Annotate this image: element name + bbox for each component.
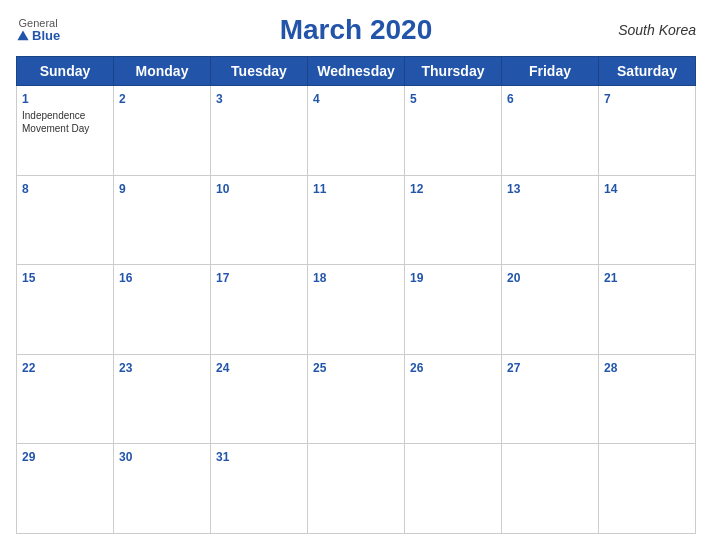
table-cell: 15 [17,265,114,355]
calendar-header: General Blue March 2020 South Korea [16,10,696,50]
table-cell: 20 [502,265,599,355]
table-cell: 16 [114,265,211,355]
table-cell [405,444,502,534]
table-cell [308,444,405,534]
calendar-container: General Blue March 2020 South Korea Sund… [0,0,712,550]
svg-marker-0 [17,30,28,40]
day-number: 10 [216,182,229,196]
table-cell: 12 [405,175,502,265]
logo-icon [16,29,30,43]
header-sunday: Sunday [17,57,114,86]
day-number: 7 [604,92,611,106]
country-label: South Korea [618,22,696,38]
day-number: 21 [604,271,617,285]
week-row-4: 22232425262728 [17,354,696,444]
table-cell: 1Independence Movement Day [17,86,114,176]
calendar-table: Sunday Monday Tuesday Wednesday Thursday… [16,56,696,534]
table-cell: 25 [308,354,405,444]
day-number: 6 [507,92,514,106]
weekday-header-row: Sunday Monday Tuesday Wednesday Thursday… [17,57,696,86]
day-number: 3 [216,92,223,106]
table-cell: 7 [599,86,696,176]
table-cell: 21 [599,265,696,355]
table-cell: 29 [17,444,114,534]
day-number: 20 [507,271,520,285]
table-cell: 27 [502,354,599,444]
day-number: 2 [119,92,126,106]
header-tuesday: Tuesday [211,57,308,86]
table-cell: 22 [17,354,114,444]
table-cell: 5 [405,86,502,176]
table-cell: 11 [308,175,405,265]
header-monday: Monday [114,57,211,86]
table-cell: 6 [502,86,599,176]
table-cell: 2 [114,86,211,176]
day-number: 16 [119,271,132,285]
logo-blue-text: Blue [16,29,60,43]
day-number: 27 [507,361,520,375]
table-cell: 28 [599,354,696,444]
calendar-title: March 2020 [280,14,433,46]
day-number: 4 [313,92,320,106]
day-number: 29 [22,450,35,464]
day-number: 13 [507,182,520,196]
day-number: 18 [313,271,326,285]
day-number: 8 [22,182,29,196]
table-cell: 14 [599,175,696,265]
table-cell [502,444,599,534]
logo-area: General Blue [16,18,60,43]
day-number: 25 [313,361,326,375]
logo-general-text: General [19,18,58,29]
day-number: 31 [216,450,229,464]
header-saturday: Saturday [599,57,696,86]
day-number: 19 [410,271,423,285]
day-number: 14 [604,182,617,196]
table-cell: 26 [405,354,502,444]
header-wednesday: Wednesday [308,57,405,86]
table-cell: 19 [405,265,502,355]
day-number: 30 [119,450,132,464]
day-number: 17 [216,271,229,285]
table-cell: 4 [308,86,405,176]
table-cell: 9 [114,175,211,265]
day-number: 24 [216,361,229,375]
day-number: 23 [119,361,132,375]
header-friday: Friday [502,57,599,86]
table-cell: 8 [17,175,114,265]
day-number: 26 [410,361,423,375]
day-number: 1 [22,92,29,106]
table-cell: 23 [114,354,211,444]
header-thursday: Thursday [405,57,502,86]
table-cell: 17 [211,265,308,355]
day-number: 12 [410,182,423,196]
day-number: 15 [22,271,35,285]
table-cell: 10 [211,175,308,265]
week-row-1: 1Independence Movement Day234567 [17,86,696,176]
week-row-3: 15161718192021 [17,265,696,355]
day-number: 28 [604,361,617,375]
table-cell [599,444,696,534]
table-cell: 3 [211,86,308,176]
week-row-5: 293031 [17,444,696,534]
holiday-label: Independence Movement Day [22,109,108,135]
table-cell: 18 [308,265,405,355]
table-cell: 24 [211,354,308,444]
day-number: 9 [119,182,126,196]
table-cell: 31 [211,444,308,534]
day-number: 5 [410,92,417,106]
day-number: 22 [22,361,35,375]
week-row-2: 891011121314 [17,175,696,265]
table-cell: 30 [114,444,211,534]
day-number: 11 [313,182,326,196]
table-cell: 13 [502,175,599,265]
